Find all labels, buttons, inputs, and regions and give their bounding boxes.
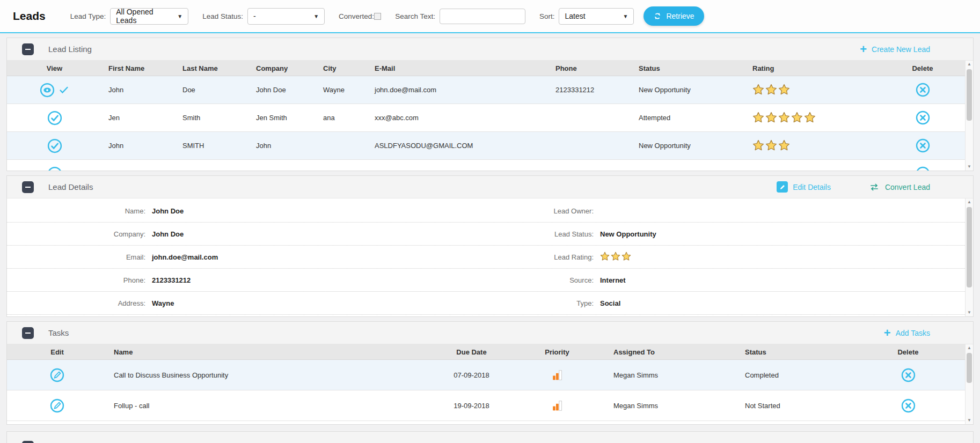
lead-details-header: Lead Details Edit Details Convert Lead	[7, 176, 973, 198]
cell-first-name: Jen	[102, 114, 176, 122]
tasks-title: Tasks	[48, 328, 69, 337]
star-icon	[778, 139, 790, 151]
cell-email: xxx@abc.com	[368, 114, 549, 122]
table-row[interactable]: Jen Smith Jen Smith ana xxx@abc.com Atte…	[7, 104, 965, 132]
lead-listing-title: Lead Listing	[48, 45, 92, 54]
col-name: Name	[107, 348, 436, 356]
delete-lead-icon[interactable]	[915, 166, 931, 171]
converted-checkbox[interactable]	[374, 13, 381, 20]
scroll-thumb[interactable]	[967, 353, 972, 383]
scroll-down-arrow[interactable]: ▼	[966, 163, 973, 171]
tasks-panel: Tasks + Add Tasks Edit Name Due Date Pri…	[6, 321, 974, 425]
lead-status-select[interactable]: - ▼	[247, 8, 325, 25]
col-assigned-to: Assigned To	[607, 348, 738, 356]
edit-task-icon[interactable]	[49, 367, 65, 383]
convert-lead-link[interactable]: Convert Lead	[868, 182, 930, 192]
lead-listing-body: John Doe John Doe Wayne john.doe@mail.co…	[7, 76, 965, 171]
table-row[interactable]: John SMITH John ASLDFYASODU@GMAIL.COM Ne…	[7, 132, 965, 160]
cell-company: John	[250, 142, 317, 150]
task-row[interactable]: Call to Discuss Business Opportunity 07-…	[7, 360, 965, 390]
star-icon	[778, 112, 790, 123]
cell-phone: 2123331212	[549, 86, 632, 94]
select-lead-icon[interactable]	[47, 138, 63, 154]
cell-status: New Opportunity	[632, 86, 746, 94]
retrieve-button[interactable]: Retrieve	[643, 6, 704, 26]
delete-task-icon[interactable]	[901, 398, 916, 414]
field-label: Address:	[7, 299, 145, 307]
cell-company: Jen Smith	[250, 114, 317, 122]
star-icon	[765, 112, 777, 123]
delete-task-icon[interactable]	[901, 367, 916, 383]
sort-label: Sort:	[539, 12, 555, 20]
delete-lead-icon[interactable]	[915, 82, 931, 98]
pencil-icon	[777, 181, 788, 193]
field-label: Source:	[457, 276, 594, 284]
collapse-next-panel-button[interactable]	[22, 441, 34, 443]
lead-listing-scrollbar[interactable]: ▲ ▼	[965, 61, 973, 171]
field-label: Lead Owner:	[457, 207, 594, 215]
field-label: Lead Rating:	[457, 253, 594, 261]
view-lead-icon[interactable]	[39, 82, 55, 98]
detail-row: Company: John Doe Lead Status: New Oppor…	[7, 223, 965, 246]
sort-select[interactable]: Latest ▼	[559, 8, 634, 25]
search-text-label: Search Text:	[395, 12, 435, 20]
detail-row: Address: Wayne Type: Social	[7, 292, 965, 315]
collapse-lead-listing-button[interactable]	[22, 43, 34, 55]
field-value: john.doe@mail.com	[145, 253, 457, 261]
table-row[interactable]: John Doe John Doe Wayne john.doe@mail.co…	[7, 76, 965, 104]
col-delete: Delete	[880, 64, 965, 72]
lead-type-select[interactable]: All Opened Leads ▼	[110, 8, 188, 25]
field-label: Email:	[7, 253, 145, 261]
cell-email: ASLDFYASODU@GMAIL.COM	[368, 142, 549, 150]
cell-assigned-to: Megan Simms	[607, 371, 738, 379]
scroll-down-arrow[interactable]: ▼	[966, 417, 973, 424]
col-first-name: First Name	[102, 64, 176, 72]
scroll-down-arrow[interactable]: ▼	[966, 309, 973, 316]
detail-row: Phone: 2123331212 Source: Internet	[7, 269, 965, 292]
add-tasks-link[interactable]: + Add Tasks	[884, 327, 930, 339]
col-phone: Phone	[549, 64, 632, 72]
collapse-tasks-button[interactable]	[22, 327, 34, 339]
lead-type-value: All Opened Leads	[116, 8, 173, 25]
minus-icon	[25, 333, 31, 334]
field-value: John Doe	[145, 207, 457, 215]
task-row[interactable]: Follup - call 19-09-2018 Megan Simms Not…	[7, 390, 965, 421]
scroll-thumb[interactable]	[967, 69, 972, 121]
scroll-up-arrow[interactable]: ▲	[966, 344, 973, 352]
edit-details-link[interactable]: Edit Details	[777, 181, 831, 193]
scroll-up-arrow[interactable]: ▲	[966, 198, 973, 206]
cell-last-name: SMITH	[176, 142, 250, 150]
tasks-header: Tasks + Add Tasks	[7, 322, 973, 344]
plus-icon: +	[860, 43, 867, 55]
cell-last-name: Smith	[176, 114, 250, 122]
tasks-scrollbar[interactable]: ▲ ▼	[965, 344, 973, 424]
col-city: City	[317, 64, 368, 72]
scroll-thumb[interactable]	[967, 207, 972, 287]
edit-task-icon[interactable]	[49, 398, 65, 414]
select-lead-icon[interactable]	[47, 166, 63, 171]
rating-stars	[752, 84, 790, 95]
delete-lead-icon[interactable]	[915, 110, 931, 125]
cell-task-status: Completed	[738, 371, 851, 379]
page-title: Leads	[13, 10, 46, 23]
col-company: Company	[250, 64, 317, 72]
lead-listing-column-headers: View First Name Last Name Company City E…	[7, 61, 965, 76]
detail-row: Email: john.doe@mail.com Lead Rating:	[7, 246, 965, 269]
scroll-up-arrow[interactable]: ▲	[966, 61, 973, 68]
edit-details-label: Edit Details	[793, 183, 831, 191]
collapse-lead-details-button[interactable]	[22, 181, 34, 193]
field-value: John Doe	[145, 230, 457, 238]
field-value: Internet	[594, 276, 965, 284]
search-input[interactable]	[440, 9, 525, 24]
select-lead-icon[interactable]	[47, 110, 63, 126]
sort-value: Latest	[565, 12, 585, 20]
table-row[interactable]	[7, 160, 965, 171]
lead-details-scrollbar[interactable]: ▲ ▼	[965, 198, 973, 316]
cell-first-name: John	[102, 86, 176, 94]
lead-listing-header: Lead Listing + Create New Lead	[7, 38, 973, 61]
chevron-down-icon: ▼	[313, 13, 319, 19]
delete-lead-icon[interactable]	[915, 138, 931, 153]
create-new-lead-link[interactable]: + Create New Lead	[860, 43, 930, 55]
cell-task-name: Call to Discuss Business Opportunity	[107, 371, 436, 379]
chevron-down-icon: ▼	[177, 13, 182, 19]
